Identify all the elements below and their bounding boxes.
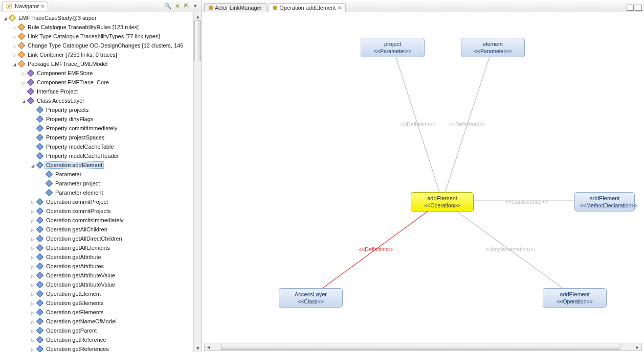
tree-item[interactable]: Operation commitsImmediately — [0, 216, 202, 225]
expand-icon[interactable] — [11, 34, 17, 39]
tree-item[interactable]: Package EMFTrace_UMLModel — [0, 59, 202, 68]
expand-icon[interactable] — [30, 236, 36, 242]
tree-item[interactable]: Operation getAttributeValue — [0, 271, 202, 280]
diamond-icon — [36, 134, 43, 141]
diamond-icon — [18, 51, 25, 58]
tree-item[interactable]: Property modelCacheTable — [0, 142, 202, 151]
tree-item[interactable]: Property modelCacheHeader — [0, 151, 202, 160]
tree-item-label: Operation getNameOfModel — [45, 318, 118, 324]
expand-icon[interactable] — [20, 80, 27, 85]
tree-item[interactable]: Operation getElements — [0, 298, 202, 308]
scroll-left-icon[interactable]: ◂ — [205, 343, 213, 350]
expand-icon[interactable] — [30, 208, 36, 214]
navigator-tab[interactable]: 🧭 Navigator × — [2, 2, 48, 11]
expand-icon[interactable] — [30, 346, 36, 352]
tree-item[interactable]: Operation getParent — [0, 326, 202, 335]
expand-icon[interactable] — [30, 264, 36, 269]
minimize-button[interactable] — [627, 5, 634, 11]
tree-item[interactable]: Operation getReferences — [0, 344, 202, 352]
view-menu-icon[interactable]: ▾ — [191, 2, 199, 10]
tree-item[interactable]: Operation getReference — [0, 335, 202, 344]
tree-item-label: Operation getElement — [45, 291, 102, 297]
tree-item[interactable]: Operation commitProject — [0, 197, 202, 206]
tree-item[interactable]: Operation getElements — [0, 308, 202, 317]
tree-item[interactable]: Property projects — [0, 105, 202, 114]
expand-icon[interactable] — [30, 273, 36, 278]
tree-item[interactable]: Operation getElement — [0, 289, 202, 298]
tree-item[interactable]: Component EMFStore — [0, 68, 202, 78]
expand-icon[interactable] — [30, 227, 36, 232]
collapse-icon[interactable] — [30, 162, 36, 168]
tree-item[interactable]: Class AccessLayer — [0, 96, 202, 105]
tree-item[interactable]: Parameter — [0, 170, 202, 179]
tree-item[interactable]: Change Type Catalogue OO-DesignChanges [… — [0, 41, 202, 50]
scroll-up-icon[interactable]: ▴ — [194, 12, 202, 20]
scroll-thumb[interactable] — [194, 20, 201, 61]
editor-tab[interactable]: Actor LinkManager — [204, 3, 267, 12]
editor-tab[interactable]: Operation addElement× — [269, 3, 346, 12]
tree-item[interactable]: Operation getNameOfModel — [0, 317, 202, 326]
expand-icon[interactable] — [30, 310, 36, 315]
expand-icon[interactable] — [30, 328, 36, 334]
diagram-canvas[interactable]: project<<Parameter>>element<<Parameter>>… — [202, 12, 644, 352]
expand-icon[interactable] — [30, 254, 36, 260]
diamond-icon — [36, 106, 43, 113]
collapse-icon[interactable] — [20, 98, 27, 104]
expand-icon[interactable] — [30, 300, 36, 306]
expand-icon[interactable] — [30, 319, 36, 324]
tree-item[interactable]: Link Container [7251 links, 0 traces] — [0, 50, 202, 59]
expand-icon[interactable] — [11, 25, 17, 30]
expand-icon[interactable] — [30, 291, 36, 297]
diagram-node-addOp[interactable]: addElement<<Operation>> — [411, 192, 474, 212]
expand-icon[interactable] — [30, 199, 36, 205]
diagram-node-accessLayer[interactable]: AccessLayer<<Class>> — [279, 288, 343, 308]
diagram-node-element[interactable]: element<<Parameter>> — [461, 38, 525, 57]
expand-icon[interactable] — [30, 282, 36, 288]
tree-root[interactable]: EMFTraceCaseStudy@3 super — [0, 13, 202, 22]
navigator-vscrollbar[interactable]: ▴ ▾ — [193, 12, 202, 352]
diamond-icon — [36, 327, 43, 334]
diagram-node-addOp2[interactable]: addElement<<Operation>> — [543, 288, 607, 308]
tree-item[interactable]: Operation getAllChildren — [0, 225, 202, 234]
diagram-node-project[interactable]: project<<Parameter>> — [361, 38, 425, 57]
tree-item[interactable]: Component EMFTrace_Core — [0, 78, 202, 87]
compass-icon: 🧭 — [6, 3, 13, 10]
tree-item[interactable]: Operation getAttributes — [0, 262, 202, 271]
tree-item[interactable]: Operation getAttribute — [0, 252, 202, 262]
tree-item[interactable]: Operation getAllDirectChildren — [0, 234, 202, 243]
expand-icon[interactable] — [30, 337, 36, 343]
tree-item[interactable]: Parameter project — [0, 179, 202, 188]
editor-hscrollbar[interactable]: ◂ ▸ — [204, 343, 642, 351]
tab-close-icon[interactable]: × — [338, 5, 341, 11]
collapse-icon[interactable] — [2, 15, 8, 21]
collapse-icon[interactable] — [11, 61, 17, 67]
scroll-right-icon[interactable]: ▸ — [633, 343, 641, 350]
tree-item[interactable]: Property projectSpaces — [0, 133, 202, 142]
hscroll-thumb[interactable] — [221, 344, 620, 350]
navigator-tab-close-icon[interactable]: × — [41, 3, 44, 9]
navigator-tree-scroll[interactable]: EMFTraceCaseStudy@3 superRule Catalogue … — [0, 12, 202, 352]
tree-item[interactable]: Link Type Catalogue TraceabilityTypes [7… — [0, 32, 202, 41]
tree-item[interactable]: Operation addElement — [0, 160, 202, 170]
expand-icon[interactable] — [11, 43, 17, 49]
tree-item[interactable]: Property commitImmediately — [0, 124, 202, 133]
link-with-editor-icon[interactable]: ⤮ — [173, 2, 181, 10]
tree-item[interactable]: Property dirtyFlags — [0, 114, 202, 124]
tree-item[interactable]: Interface Project — [0, 87, 202, 96]
maximize-button[interactable] — [635, 5, 642, 11]
tree-item[interactable]: Operation getAllElements — [0, 243, 202, 252]
tree-item[interactable]: Parameter element — [0, 188, 202, 197]
scroll-down-icon[interactable]: ▾ — [194, 344, 202, 352]
search-icon[interactable]: 🔍 — [164, 2, 172, 10]
tree-item-label: Property modelCacheTable — [45, 144, 115, 150]
diagram-node-methodDecl[interactable]: addElement<<MethodDeclaration>> — [574, 192, 635, 212]
minimize-icon[interactable]: ⇱ — [182, 2, 190, 10]
tree-item[interactable]: Operation getAttributeValue — [0, 280, 202, 289]
tree-item[interactable]: Operation commitProjects — [0, 206, 202, 216]
expand-icon[interactable] — [11, 52, 17, 58]
tree-item[interactable]: Rule Catalogue TraceabilityRules [123 ru… — [0, 22, 202, 32]
tree-item-label: Component EMFStore — [36, 70, 94, 76]
expand-icon[interactable] — [30, 218, 36, 223]
expand-icon[interactable] — [20, 71, 27, 76]
expand-icon[interactable] — [30, 245, 36, 251]
